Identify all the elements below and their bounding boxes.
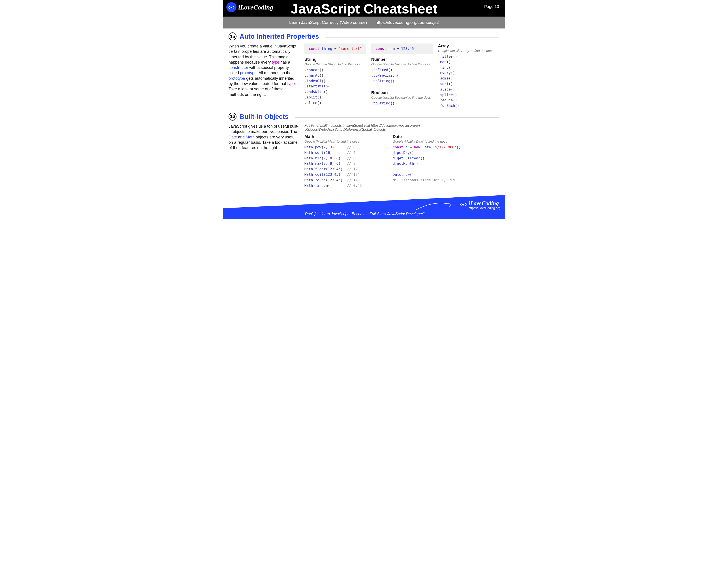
footer-brand: iLoveCoding [469, 200, 500, 206]
kw-date: Date [229, 135, 237, 139]
math-line: Math.random() // 0.45.. [304, 183, 379, 188]
math-line: Math.pow(2, 3) // 8 [304, 145, 379, 150]
method-item: .startsWith() [304, 84, 366, 89]
header-bar: iLoveCoding JavaScript Cheatsheet Page 1… [223, 0, 505, 17]
section-15-title: Auto Inherited Properties [240, 33, 319, 40]
subheader-bar: Learn JavaScript Correctly (Video course… [223, 17, 505, 28]
math-column: Math Google 'Mozilla Math' to find the d… [304, 134, 379, 188]
footer-quote: "Don't just learn JavaScript - Become a … [223, 212, 505, 216]
method-item: .sort() [438, 81, 499, 87]
footer-url[interactable]: https://iLoveCoding.org [469, 206, 500, 210]
section-15-intro: When you create a value in JavaScript, c… [229, 43, 299, 109]
page-title: JavaScript Cheatsheet [223, 1, 505, 17]
string-heading: String [304, 57, 366, 62]
method-item: .find() [438, 65, 499, 70]
intro-text-7: Take a look at some of of these methods … [229, 87, 283, 96]
footer: iLoveCoding https://iLoveCoding.org "Don… [223, 195, 505, 219]
math-hint: Google 'Mozilla Math' to find the docs [304, 139, 379, 143]
method-item: .reduce() [438, 98, 499, 103]
intro-text-4: . All methods on the [257, 71, 291, 75]
page-number: Page 10 [484, 4, 499, 9]
course-label: Learn JavaScript Correctly (Video course… [289, 20, 367, 25]
array-heading: Array [438, 43, 499, 48]
method-item: .toPrecision() [371, 73, 433, 78]
date-now: Date.now() [393, 172, 414, 177]
s16-intro-1: JavaScript gives us a ton of useful buil… [229, 124, 298, 134]
method-item: .indexOf() [304, 78, 366, 84]
content-area: 15 Auto Inherited Properties When you cr… [223, 28, 505, 188]
date-hint: Google 'Mozilla Date' to find the docs [393, 139, 461, 143]
array-hint: Google 'Mozilla Array' to find the docs [438, 49, 499, 53]
math-line: Math.min(7, 8, 6) // 6 [304, 156, 379, 161]
section-15-rule [325, 37, 499, 38]
math-line: Math.max(7, 8, 6) // 8 [304, 161, 379, 166]
intro-text-6: . [295, 81, 296, 86]
kw-math: Math [246, 135, 255, 139]
date-method: d.getDay() [393, 150, 461, 156]
section-16-rule [295, 117, 499, 118]
array-methods: .filter().map().find().every().some().so… [438, 54, 499, 109]
page-root: iLoveCoding JavaScript Cheatsheet Page 1… [223, 0, 505, 219]
string-column: const thing = "some text"; String Google… [304, 43, 366, 109]
method-item: .slice() [438, 87, 499, 92]
section-16-right-area: Full list of builtin objects in JavaScri… [304, 124, 499, 188]
string-methods: .concat().charAt().indexOf().startsWith(… [304, 67, 366, 106]
kw-prototype2: prototype [229, 76, 245, 81]
section-15-header: 15 Auto Inherited Properties [229, 32, 499, 40]
method-item: .charAt() [304, 73, 366, 78]
mdn-note-text: Full list of builtin objects in JavaScri… [304, 124, 371, 127]
array-column: Array Google 'Mozilla Array' to find the… [438, 43, 499, 109]
method-item: .split() [304, 95, 366, 100]
date-column: Date Google 'Mozilla Date' to find the d… [393, 134, 461, 188]
number-code-box: const num = 123.45; [371, 43, 433, 54]
section-16-intro: JavaScript gives us a ton of useful buil… [229, 124, 299, 188]
number-methods: .toFixed().toPrecision().toString() [371, 67, 433, 84]
section-16-header: 16 Built-in Objects [229, 113, 499, 120]
math-line: Math.floor(123.45) // 123 [304, 166, 379, 172]
kw-constructor: constructor [229, 65, 248, 70]
date-method: d.getMonth() [393, 161, 461, 166]
method-item: .toString() [371, 101, 433, 106]
date-lines: const d = new Date('9/17/1988'); d.getDa… [393, 145, 461, 183]
number-boolean-column: const num = 123.45; Number Google 'Mozil… [371, 43, 433, 109]
math-heading: Math [304, 134, 379, 139]
number-hint: Google 'Mozilla Number' to find the docs [371, 62, 433, 66]
kw-prototype: prototype [240, 71, 257, 75]
method-item: .slice() [304, 100, 366, 106]
mdn-note: Full list of builtin objects in JavaScri… [304, 124, 499, 132]
method-item: .filter() [438, 54, 499, 59]
method-item: .toString() [371, 78, 433, 84]
math-line: Math.ceil(123.45) // 124 [304, 172, 379, 177]
method-item: .concat() [304, 67, 366, 73]
intro-text-2: has a [279, 60, 290, 64]
s16-intro-2: and [237, 135, 246, 139]
math-line: Math.round(123.45) // 123 [304, 177, 379, 183]
boolean-hint: Google 'Mozilla Boolean' to find the doc… [371, 96, 433, 99]
kw-type: type [272, 60, 279, 64]
date-milli: Milliseconds since Jan 1, 1970 [393, 177, 461, 183]
section-16: 16 Built-in Objects JavaScript gives us … [229, 113, 499, 188]
section-16-title: Built-in Objects [240, 113, 289, 120]
method-item: .every() [438, 70, 499, 76]
section-15-row: When you create a value in JavaScript, c… [229, 43, 499, 109]
footer-logo-icon [460, 201, 467, 209]
boolean-heading: Boolean [371, 90, 433, 95]
arrow-icon [415, 199, 454, 212]
string-code-box: const thing = "some text"; [304, 43, 366, 54]
boolean-methods: .toString() [371, 101, 433, 106]
string-hint: Google 'Mozilla String' to find the docs [304, 62, 366, 66]
math-lines: Math.pow(2, 3) // 8Math.sqrt(16) // 4Mat… [304, 145, 379, 188]
footer-brand-area: iLoveCoding https://iLoveCoding.org [460, 200, 500, 209]
method-item: .map() [438, 59, 499, 65]
date-method: d.getFullYear() [393, 156, 461, 161]
method-item: .some() [438, 76, 499, 81]
method-item: .splice() [438, 92, 499, 98]
method-item: .endsWith() [304, 89, 366, 95]
method-item: .toFixed() [371, 67, 433, 73]
kw-type2: type [287, 81, 295, 86]
course-link[interactable]: https://ilovecoding.org/courses/js2 [376, 20, 439, 25]
method-item: .forEach() [438, 103, 499, 109]
number-heading: Number [371, 57, 433, 62]
section-16-badge: 16 [229, 113, 236, 120]
section-15-badge: 15 [229, 32, 236, 40]
